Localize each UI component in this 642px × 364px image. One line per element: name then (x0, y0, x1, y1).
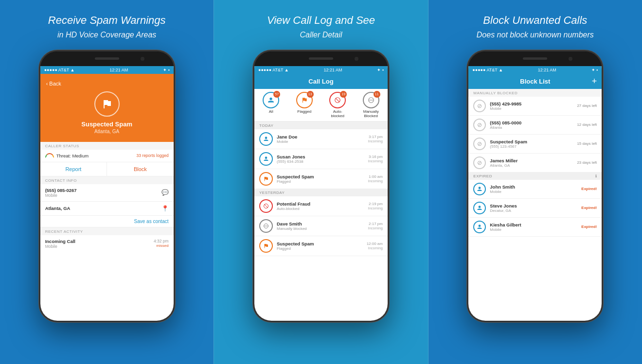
svg-line-8 (264, 204, 268, 208)
svg-line-2 (336, 98, 339, 102)
avatar-steve (473, 202, 486, 214)
speaker-2 (309, 57, 333, 60)
call-susan-info: Susan Jones (555) 634-2538 (277, 154, 368, 164)
phone-3: ●●●●● AT&T ▲ 12:21 AM ✦ ▪ Block List + M… (467, 50, 603, 322)
caller-status-header: CALLER STATUS (40, 142, 174, 150)
call-dave-info: Dave Smith Manually blocked (277, 221, 368, 231)
call-spam-yesterday-name: Suspected Spam (277, 241, 367, 246)
filter-flagged-icon: 13 (296, 92, 313, 108)
expired-steve-jones[interactable]: Steve Jones Decatur, GA Expired! (468, 199, 602, 218)
phone-number-info: (555) 085-0267 Mobile (45, 188, 77, 198)
expired-steve-sub: Decatur, GA (490, 208, 581, 213)
back-chevron: ‹ (46, 81, 48, 87)
manually-blocked-header: MANUALLY BLOCKED (468, 89, 602, 97)
expired-steve-name: Steve Jones (490, 203, 581, 208)
panel3-title: Block Unwanted Calls (483, 14, 587, 28)
expired-john-status: Expired! (581, 187, 597, 191)
status-bar-2: ●●●●● AT&T ▲ 12:21 AM ✦ ▪ (254, 66, 388, 74)
block-icon-3: ⊘ (473, 156, 486, 169)
expired-kiesha[interactable]: Kiesha Gilbert Mobile Expired! (468, 218, 602, 237)
time-1: 12:21 AM (109, 68, 128, 72)
block-info-1: (555) 085-0000 Atlanta (490, 120, 577, 130)
address-row: Atlanta, GA 📍 (40, 202, 174, 216)
panel2-subtitle: Caller Detail (300, 31, 342, 39)
expired-steve-info: Steve Jones Decatur, GA (490, 203, 581, 213)
block-row-3[interactable]: ⊘ James Miller Atlanta, GA 23 days left (468, 154, 602, 173)
block-info-2: Suspected Spam (555) 123-4567 (490, 139, 577, 149)
call-spam-yesterday[interactable]: Suspected Spam Flagged 12:00 am Incoming (254, 236, 388, 256)
call-spam-today-name: Suspected Spam (277, 174, 368, 179)
time-2: 12:21 AM (324, 68, 342, 72)
call-susan-jones[interactable]: Susan Jones (555) 634-2538 3:16 pm Incom… (254, 149, 388, 169)
block-sub-3: Atlanta, GA (490, 163, 577, 168)
screen-2: ●●●●● AT&T ▲ 12:21 AM ✦ ▪ Call Log 57 Al… (254, 66, 388, 321)
recent-activity-header: RECENT ACTIVITY (40, 227, 174, 235)
call-dave-time: 2:17 pm Incoming (368, 222, 383, 230)
expired-kiesha-info: Kiesha Gilbert Mobile (490, 222, 581, 232)
panel2-title: View Call Log and See (267, 14, 375, 28)
panel1-subtitle: in HD Voice Coverage Areas (57, 31, 156, 39)
threat-row: Threat: Medium 33 reports logged (40, 150, 174, 162)
block-name-1: (555) 085-0000 (490, 120, 577, 125)
call-dave-smith[interactable]: Dave Smith Manually blocked 2:17 pm Inco… (254, 216, 388, 236)
block-row-0[interactable]: ⊘ (555) 429-9985 Mobile 27 days left (468, 97, 602, 116)
speaker-1 (95, 57, 119, 60)
call-spam-yesterday-time: 12:00 am Incoming (367, 242, 383, 250)
block-sub-0: Mobile (490, 106, 577, 111)
expired-kiesha-sub: Mobile (490, 227, 581, 232)
block-info-3: James Miller Atlanta, GA (490, 158, 577, 168)
block-row-1[interactable]: ⊘ (555) 085-0000 Atlanta 12 days left (468, 116, 602, 135)
call-fraud-info: Potential Fraud Auto-blocked (277, 201, 368, 211)
call-log-nav: Call Log (254, 74, 388, 89)
call-dave-sub: Manually blocked (277, 226, 368, 231)
camera-2 (355, 57, 358, 61)
carrier-2: ●●●●● AT&T ▲ (258, 68, 289, 72)
call-jane-doe[interactable]: Jane Doe Mobile 3:17 pm Incoming (254, 129, 388, 149)
block-name-3: James Miller (490, 158, 577, 163)
icons-2: ✦ ▪ (377, 68, 384, 72)
expired-info-icon: ℹ (595, 174, 597, 178)
phone-top-3 (468, 52, 602, 66)
report-button[interactable]: Report (40, 162, 107, 176)
block-row-2[interactable]: ⊘ Suspected Spam (555) 123-4567 15 days … (468, 135, 602, 154)
expired-kiesha-name: Kiesha Gilbert (490, 222, 581, 227)
call-fraud[interactable]: Potential Fraud Auto-blocked 2:19 pm Inc… (254, 196, 388, 216)
call-susan-icon (259, 152, 273, 166)
block-icon-1: ⊘ (473, 119, 486, 131)
block-info-0: (555) 429-9985 Mobile (490, 101, 577, 111)
expired-kiesha-status: Expired! (581, 225, 597, 229)
block-name-0: (555) 429-9985 (490, 101, 577, 106)
call-fraud-time: 2:19 pm Incoming (368, 202, 383, 210)
filter-all-icon: 57 (263, 92, 279, 108)
expired-steve-status: Expired! (581, 206, 597, 210)
call-jane-info: Jane Doe Mobile (277, 134, 368, 144)
contact-info-header: CONTACT INFO (40, 176, 174, 184)
speaker-3 (523, 57, 547, 60)
save-contact-btn[interactable]: Save as contact (40, 216, 174, 227)
phone-top-2 (254, 52, 388, 66)
call-fraud-sub: Auto-blocked (277, 207, 368, 211)
phone-1: ●●●●● AT&T ▲ 12:21 AM ✦ ▪ ‹ Back Suspect… (39, 50, 175, 322)
call-spam-today-icon (259, 172, 273, 186)
map-icon[interactable]: 📍 (161, 205, 169, 212)
call-spam-today[interactable]: Suspected Spam Flagged 1:00 am Incoming (254, 169, 388, 189)
threat-icon (45, 153, 54, 158)
message-icon[interactable]: 💬 (161, 189, 169, 196)
filter-manualblocked[interactable]: 11 ManuallyBlocked (354, 89, 388, 121)
expired-john-smith[interactable]: John Smith Mobile Expired! (468, 180, 602, 199)
block-list-title: Block List (520, 78, 550, 85)
add-block-button[interactable]: + (592, 76, 597, 87)
call-susan-sub: (555) 634-2538 (277, 159, 368, 164)
filter-all[interactable]: 57 All (254, 89, 288, 121)
back-button[interactable]: ‹ Back (46, 81, 61, 87)
filter-flagged[interactable]: 13 Flagged (287, 89, 321, 121)
svg-point-5 (265, 137, 268, 139)
block-days-3: 23 days left (577, 160, 597, 165)
threat-label: Threat: Medium (45, 153, 89, 158)
icons-1: ✦ ▪ (163, 68, 170, 72)
filter-autoblocked[interactable]: 19 Auto-blocked (321, 89, 355, 121)
status-bar-3: ●●●●● AT&T ▲ 12:21 AM ✦ ▪ (468, 66, 602, 74)
block-button[interactable]: Block (107, 162, 174, 176)
call-jane-time: 3:17 pm Incoming (368, 135, 383, 143)
block-days-2: 15 days left (577, 141, 597, 146)
